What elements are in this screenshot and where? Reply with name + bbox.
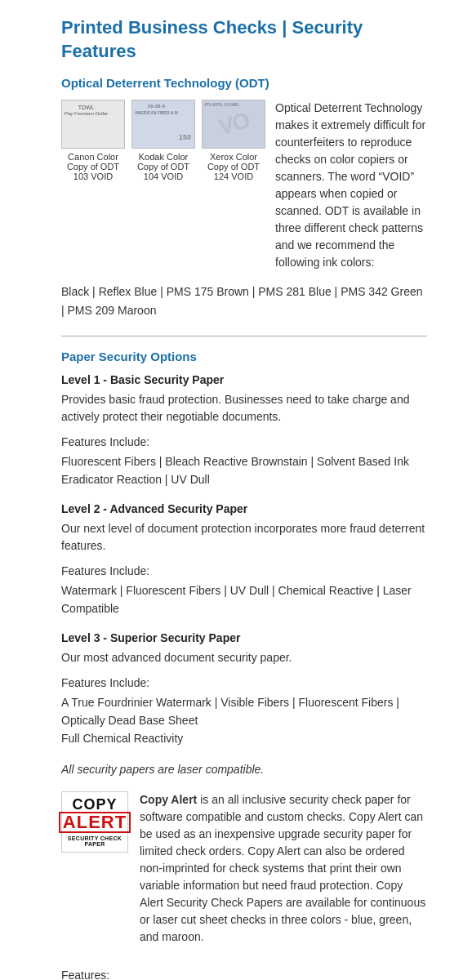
- odt-image-label-3: Xerox Color Copy of ODT 124 VOID: [202, 152, 265, 181]
- odt-description: Optical Deterrent Technology makes it ex…: [275, 100, 427, 271]
- level3-title: Level 3 - Superior Security Paper: [61, 631, 427, 644]
- level2-title: Level 2 - Advanced Security Paper: [61, 502, 427, 515]
- copy-alert-features-block: Features: Optical Deterrent Technology™ …: [61, 967, 427, 980]
- level1-title: Level 1 - Basic Security Paper: [61, 373, 427, 386]
- odt-image-3: VO ATLANTA, GA MBL Xerox Color Copy of O…: [202, 100, 265, 181]
- odt-image-label-2: Kodak Color Copy of ODT 104 VOID: [131, 152, 195, 181]
- check-overlay-3: ATLANTA, GA MBL: [204, 102, 239, 107]
- copy-alert-section: COPY ALERT SECURITY CHECK PAPER Copy Ale…: [61, 791, 427, 954]
- copy-logo-top: COPY: [72, 797, 117, 812]
- copy-alert-features-label: Features:: [61, 967, 427, 980]
- level1-features-label: Features Include:: [61, 434, 427, 451]
- odt-img-placeholder-1: TDWL Pay Fourteen Dollar: [61, 100, 125, 149]
- copy-alert-paragraph: Copy Alert is an all inclusive security …: [140, 791, 427, 946]
- copy-alert-text: Copy Alert is an all inclusive security …: [140, 791, 427, 954]
- level3-section: Level 3 - Superior Security Paper Our mo…: [61, 631, 427, 748]
- void-watermark-3: VO: [216, 108, 252, 140]
- check-overlay-text-1: TDWL Pay Fourteen Dollar: [65, 104, 108, 118]
- level1-features: Fluorescent Fibers | Bleach Reactive Bro…: [61, 452, 427, 489]
- odt-image-2: 09-28-9 AMERICAN FIBER & M 150 Kodak Col…: [131, 100, 195, 181]
- copy-alert-brand: Copy Alert: [140, 793, 197, 806]
- level2-features-label: Features Include:: [61, 563, 427, 580]
- check-overlay-text-2: 09-28-9 AMERICAN FIBER & M: [135, 104, 178, 115]
- level3-description: Our most advanced document security pape…: [61, 649, 427, 666]
- level3-features: A True Fourdrinier Watermark | Visible F…: [61, 693, 427, 748]
- level1-description: Provides basic fraud protection. Busines…: [61, 391, 427, 425]
- odt-image-label-1: Canon Color Copy of ODT 103 VOID: [61, 152, 125, 181]
- odt-img-placeholder-2: 09-28-9 AMERICAN FIBER & M 150: [131, 100, 195, 149]
- odt-images: TDWL Pay Fourteen Dollar Canon Color Cop…: [61, 100, 265, 263]
- copy-logo-alert: ALERT: [59, 812, 131, 833]
- level2-features: Watermark | Fluorescent Fibers | UV Dull…: [61, 581, 427, 618]
- odt-image-1: TDWL Pay Fourteen Dollar Canon Color Cop…: [61, 100, 125, 181]
- level1-section: Level 1 - Basic Security Paper Provides …: [61, 373, 427, 489]
- section-divider: [61, 336, 427, 336]
- paper-security-title: Paper Security Options: [61, 350, 427, 363]
- all-laser-note: All security papers are laser compatible…: [61, 761, 427, 778]
- odt-section: TDWL Pay Fourteen Dollar Canon Color Cop…: [61, 100, 427, 271]
- odt-img-placeholder-3: VO ATLANTA, GA MBL: [202, 100, 265, 149]
- odt-section-title: Optical Deterrent Technology (ODT): [61, 76, 427, 90]
- level2-description: Our next level of document protection in…: [61, 520, 427, 555]
- level2-section: Level 2 - Advanced Security Paper Our ne…: [61, 502, 427, 618]
- level3-features-label: Features Include:: [61, 675, 427, 692]
- page-title: Printed Business Checks | Security Featu…: [61, 16, 427, 63]
- check-amount-2: 150: [179, 133, 191, 141]
- copy-alert-logo: COPY ALERT SECURITY CHECK PAPER: [61, 791, 128, 853]
- copy-logo-sub: SECURITY CHECK PAPER: [65, 835, 124, 847]
- ink-colors: Black | Reflex Blue | PMS 175 Brown | PM…: [61, 283, 427, 319]
- copy-alert-desc: is an all inclusive security check paper…: [140, 793, 425, 943]
